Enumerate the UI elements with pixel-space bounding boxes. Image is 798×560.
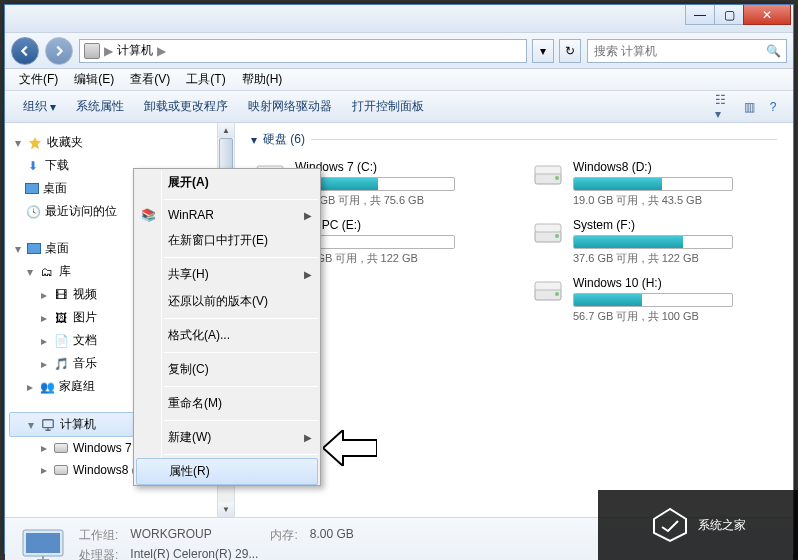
toolbar: 组织 ▾ 系统属性 卸载或更改程序 映射网络驱动器 打开控制面板 ☷ ▾ ▥ ? bbox=[5, 91, 793, 123]
window-controls: — ▢ ✕ bbox=[686, 5, 791, 25]
collapse-icon: ▾ bbox=[251, 133, 257, 147]
svg-rect-17 bbox=[26, 533, 60, 553]
collapse-icon: ▾ bbox=[13, 244, 23, 254]
search-box[interactable]: 🔍 bbox=[587, 39, 787, 63]
annotation-arrow bbox=[323, 430, 377, 466]
libraries-icon: 🗂 bbox=[39, 264, 55, 280]
expand-icon: ▸ bbox=[39, 359, 49, 369]
drive-free-text: 37.6 GB 可用 , 共 122 GB bbox=[573, 251, 775, 266]
back-button[interactable] bbox=[11, 37, 39, 65]
forward-button[interactable] bbox=[45, 37, 73, 65]
computer-icon bbox=[40, 417, 56, 433]
breadcrumb-sep: ▶ bbox=[100, 44, 117, 58]
menu-file[interactable]: 文件(F) bbox=[11, 68, 66, 91]
svg-rect-0 bbox=[43, 419, 54, 427]
drive-free-text: 56.7 GB 可用 , 共 100 GB bbox=[573, 309, 775, 324]
menu-item-restore-previous[interactable]: 还原以前的版本(V) bbox=[134, 288, 320, 315]
svg-rect-15 bbox=[535, 282, 561, 290]
organize-button[interactable]: 组织 ▾ bbox=[13, 94, 66, 119]
star-icon bbox=[27, 135, 43, 151]
explorer-window: — ▢ ✕ ▶ 计算机 ▶ ▾ ↻ 🔍 文件(F) 编辑(E) 查看(V) 工具… bbox=[4, 4, 794, 554]
close-button[interactable]: ✕ bbox=[743, 5, 791, 25]
search-input[interactable] bbox=[594, 44, 766, 58]
expand-icon: ▸ bbox=[39, 313, 49, 323]
drive-icon bbox=[531, 160, 565, 190]
menu-view[interactable]: 查看(V) bbox=[122, 68, 178, 91]
menu-item-rename[interactable]: 重命名(M) bbox=[134, 390, 320, 417]
section-header-drives[interactable]: ▾硬盘 (6) bbox=[251, 131, 777, 148]
collapse-icon: ▾ bbox=[26, 420, 36, 430]
menu-item-expand[interactable]: 展开(A) bbox=[134, 169, 320, 196]
workgroup-label: 工作组: bbox=[79, 527, 118, 544]
menu-item-winrar[interactable]: 📚WinRAR▶ bbox=[134, 203, 320, 227]
breadcrumb-computer[interactable]: 计算机 bbox=[117, 42, 153, 59]
workgroup-value: WORKGROUP bbox=[130, 527, 258, 544]
address-bar[interactable]: ▶ 计算机 ▶ bbox=[79, 39, 527, 63]
documents-icon: 📄 bbox=[53, 333, 69, 349]
maximize-button[interactable]: ▢ bbox=[714, 5, 744, 25]
titlebar[interactable]: — ▢ ✕ bbox=[5, 5, 793, 33]
menu-item-copy[interactable]: 复制(C) bbox=[134, 356, 320, 383]
breadcrumb-sep: ▶ bbox=[153, 44, 170, 58]
chevron-down-icon: ▾ bbox=[50, 100, 56, 114]
scroll-up-button[interactable]: ▲ bbox=[218, 123, 234, 138]
svg-point-11 bbox=[555, 234, 559, 238]
downloads-icon: ⬇ bbox=[25, 158, 41, 174]
menu-bar: 文件(F) 编辑(E) 查看(V) 工具(T) 帮助(H) bbox=[5, 69, 793, 91]
drive-icon bbox=[531, 276, 565, 306]
drive-name: Windows 7 (C:) bbox=[295, 160, 497, 174]
menu-tools[interactable]: 工具(T) bbox=[178, 68, 233, 91]
desktop-icon bbox=[27, 243, 41, 254]
svg-rect-6 bbox=[535, 166, 561, 174]
cpu-label: 处理器: bbox=[79, 547, 118, 560]
drive-name: Windows 10 (H:) bbox=[573, 276, 775, 290]
svg-rect-12 bbox=[535, 224, 561, 232]
system-properties-button[interactable]: 系统属性 bbox=[66, 94, 134, 119]
memory-label: 内存: bbox=[270, 527, 297, 544]
help-button[interactable]: ? bbox=[763, 97, 783, 117]
computer-large-icon bbox=[19, 526, 67, 561]
minimize-button[interactable]: — bbox=[685, 5, 715, 25]
preview-pane-button[interactable]: ▥ bbox=[739, 97, 759, 117]
drive-name: Thin PC (E:) bbox=[295, 218, 497, 232]
context-menu: 展开(A) 📚WinRAR▶ 在新窗口中打开(E) 共享(H)▶ 还原以前的版本… bbox=[133, 168, 321, 486]
drive-name: Windows8 (D:) bbox=[573, 160, 775, 174]
menu-item-open-new-window[interactable]: 在新窗口中打开(E) bbox=[134, 227, 320, 254]
pictures-icon: 🖼 bbox=[53, 310, 69, 326]
expand-icon: ▸ bbox=[39, 290, 49, 300]
menu-item-properties[interactable]: 属性(R) bbox=[136, 458, 318, 485]
drive-name: System (F:) bbox=[573, 218, 775, 232]
body: ▾收藏夹 ⬇下载 桌面 🕓最近访问的位 ▾桌面 ▾🗂库 ▸🎞视频 ▸🖼图片 ▸📄… bbox=[5, 123, 793, 517]
control-panel-button[interactable]: 打开控制面板 bbox=[342, 94, 434, 119]
desktop-icon bbox=[25, 183, 39, 194]
menu-item-format[interactable]: 格式化(A)... bbox=[134, 322, 320, 349]
refresh-button[interactable]: ↻ bbox=[559, 39, 581, 63]
drive-free-text: 117 GB 可用 , 共 122 GB bbox=[295, 251, 497, 266]
drive-item[interactable]: Windows8 (D:) 19.0 GB 可用 , 共 43.5 GB bbox=[529, 158, 777, 210]
drive-item[interactable]: Windows 10 (H:) 56.7 GB 可用 , 共 100 GB bbox=[529, 274, 777, 326]
expand-icon: ▸ bbox=[39, 443, 49, 453]
music-icon: 🎵 bbox=[53, 356, 69, 372]
uninstall-button[interactable]: 卸载或更改程序 bbox=[134, 94, 238, 119]
menu-item-new[interactable]: 新建(W)▶ bbox=[134, 424, 320, 451]
cpu-value: Intel(R) Celeron(R) 29... bbox=[130, 547, 258, 560]
winrar-icon: 📚 bbox=[140, 207, 156, 223]
submenu-icon: ▶ bbox=[304, 269, 312, 280]
drive-item[interactable]: System (F:) 37.6 GB 可用 , 共 122 GB bbox=[529, 216, 777, 268]
nav-favorites[interactable]: ▾收藏夹 bbox=[9, 131, 230, 154]
view-options-button[interactable]: ☷ ▾ bbox=[715, 97, 735, 117]
scroll-down-button[interactable]: ▼ bbox=[218, 502, 234, 517]
drive-icon bbox=[53, 462, 69, 478]
watermark: 系统之家 bbox=[598, 490, 798, 560]
drive-icon bbox=[531, 218, 565, 248]
memory-value: 8.00 GB bbox=[310, 527, 354, 544]
menu-edit[interactable]: 编辑(E) bbox=[66, 68, 122, 91]
menu-help[interactable]: 帮助(H) bbox=[234, 68, 291, 91]
svg-point-5 bbox=[555, 176, 559, 180]
collapse-icon: ▾ bbox=[13, 138, 23, 148]
address-dropdown[interactable]: ▾ bbox=[532, 39, 554, 63]
navigation-bar: ▶ 计算机 ▶ ▾ ↻ 🔍 bbox=[5, 33, 793, 69]
drive-usage-bar bbox=[573, 235, 733, 249]
menu-item-share[interactable]: 共享(H)▶ bbox=[134, 261, 320, 288]
map-network-drive-button[interactable]: 映射网络驱动器 bbox=[238, 94, 342, 119]
